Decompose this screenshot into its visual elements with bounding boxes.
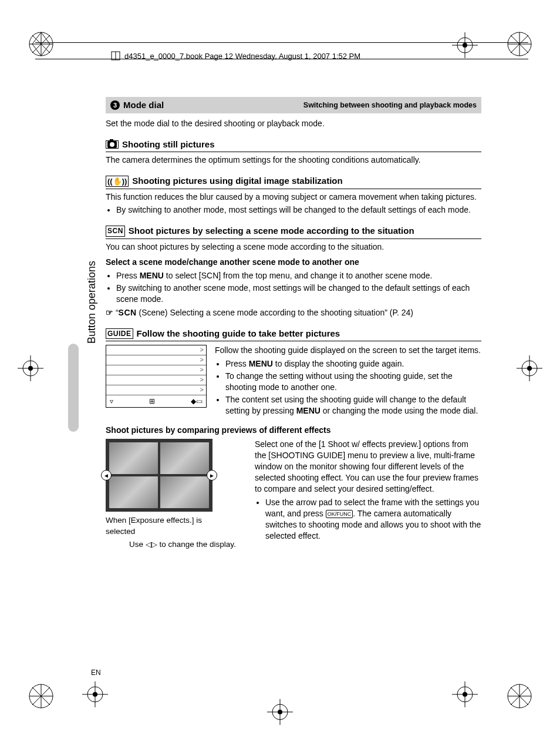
- registration-mark-icon: [505, 681, 534, 711]
- reference-icon: ☞: [106, 308, 116, 317]
- stab-bullet: By switching to another mode, most setti…: [116, 204, 481, 216]
- crosshair-icon: [452, 681, 478, 707]
- ok-func-button-icon: OK/FUNC: [326, 510, 353, 518]
- sidebar-label: Button operations: [86, 261, 98, 344]
- book-header: d4351_e_0000_7.book Page 12 Wednesday, A…: [110, 51, 360, 61]
- still-body: The camera determines the optimum settin…: [106, 154, 481, 166]
- compare-caption-1: When [Exposure effects.] is selected: [106, 515, 205, 536]
- svg-point-39: [278, 710, 282, 714]
- compare-row: ◄ ► When [Exposure effects.] is selected…: [106, 439, 481, 550]
- guide-heading-text: Follow the shooting guide to take better…: [137, 328, 340, 340]
- menu-label: MENU: [296, 406, 321, 415]
- preview-grid-illustration: ◄ ►: [106, 439, 212, 512]
- guide-row: ▿⊞◆▭ Follow the shooting guide displayed…: [106, 345, 481, 418]
- compare-left-col: ◄ ► When [Exposure effects.] is selected…: [106, 439, 247, 550]
- compare-bullets: Use the arrow pad to select the frame wi…: [255, 497, 481, 542]
- arrow-pad-icon: ◁▷: [146, 539, 157, 550]
- svg-line-8: [41, 44, 50, 56]
- scn-inline-icon: SCN: [119, 308, 137, 317]
- registration-mark-icon: [26, 681, 56, 711]
- compare-bullet-1: Use the arrow pad to select the frame wi…: [265, 497, 481, 542]
- guide-bullet-2: To change the setting without using the …: [225, 371, 481, 393]
- guide-icon: GUIDE: [106, 328, 133, 339]
- guide-p1: Follow the shooting guide displayed on t…: [215, 345, 481, 356]
- svg-point-31: [527, 366, 532, 371]
- guide-heading: GUIDE Follow the shooting guide to take …: [106, 328, 481, 341]
- crosshair-icon: [452, 32, 478, 58]
- stabilization-icon: ((✋)): [106, 176, 129, 187]
- svg-point-43: [463, 692, 467, 697]
- mode-dial-header: 3 Mode dial Switching between shooting a…: [106, 97, 481, 113]
- mode-dial-subtitle: Switching between shooting and playback …: [303, 100, 477, 110]
- svg-point-35: [93, 692, 97, 697]
- scn-subhead: Select a scene mode/change another scene…: [106, 257, 481, 268]
- registration-mark-icon: [26, 29, 56, 59]
- stab-heading-text: Shooting pictures using digital image st…: [132, 175, 342, 187]
- nav-left-icon: ◄: [101, 470, 112, 481]
- step-badge: 3: [110, 100, 120, 110]
- camera-icon: [106, 140, 119, 149]
- crosshair-icon: [517, 355, 542, 381]
- crosshair-icon: [82, 681, 108, 707]
- mode-dial-intro: Set the mode dial to the desired shootin…: [106, 118, 481, 129]
- compare-p1: Select one of the [1 Shoot w/ effects pr…: [255, 439, 481, 494]
- compare-text: Select one of the [1 Shoot w/ effects pr…: [255, 439, 481, 543]
- compare-caption-2: Use ◁▷ to change the display.: [129, 539, 247, 550]
- guide-bullet-1: Press MENU to display the shooting guide…: [225, 358, 481, 370]
- thumb-tab: [68, 344, 79, 432]
- set-icon: ◆▭: [191, 397, 203, 406]
- svg-point-47: [463, 43, 467, 48]
- stab-body: This function reduces the blur caused by…: [106, 192, 481, 203]
- registration-mark-icon: [505, 29, 534, 59]
- guide-bullet-3: The content set using the shooting guide…: [225, 394, 481, 416]
- mode-dial-title: Mode dial: [123, 99, 164, 111]
- scn-icon: SCN: [106, 226, 125, 236]
- crosshair-icon: [267, 699, 293, 725]
- menu-label: MENU: [140, 271, 164, 280]
- content: 3 Mode dial Switching between shooting a…: [106, 97, 481, 550]
- header-rule: [35, 59, 528, 59]
- crosshair-icon: [18, 355, 43, 381]
- scn-body: You can shoot pictures by selecting a sc…: [106, 241, 481, 253]
- scn-heading-text: Shoot pictures by selecting a scene mode…: [129, 225, 414, 237]
- still-heading: Shooting still pictures: [106, 139, 481, 152]
- scn-bullets: Press MENU to select [SCN] from the top …: [106, 270, 481, 305]
- svg-point-27: [28, 366, 33, 371]
- down-arrow-icon: ▿: [110, 397, 113, 406]
- menu-label: MENU: [249, 359, 273, 368]
- svg-line-7: [32, 44, 41, 56]
- scn-bullet-2: By switching to another scene mode, most…: [116, 283, 481, 305]
- stab-heading: ((✋)) Shooting pictures using digital im…: [106, 175, 481, 189]
- nav-right-icon: ►: [207, 470, 217, 481]
- still-heading-text: Shooting still pictures: [122, 139, 215, 150]
- book-icon: [110, 51, 121, 61]
- ok-icon: ⊞: [149, 397, 155, 406]
- stab-bullets: By switching to another mode, most setti…: [106, 204, 481, 216]
- guide-text: Follow the shooting guide displayed on t…: [215, 345, 481, 418]
- guide-bullets: Press MENU to display the shooting guide…: [215, 358, 481, 416]
- page: d4351_e_0000_7.book Page 12 Wednesday, A…: [0, 0, 560, 739]
- compare-subhead: Shoot pictures by comparing previews of …: [106, 425, 481, 436]
- header-rule: [35, 42, 528, 43]
- scn-reference: ☞ “SCN (Scene) Selecting a scene mode ac…: [106, 307, 481, 318]
- guide-menu-illustration: ▿⊞◆▭: [106, 345, 207, 408]
- footer-lang: EN: [91, 669, 101, 677]
- scn-heading: SCN Shoot pictures by selecting a scene …: [106, 225, 481, 239]
- scn-bullet-1: Press MENU to select [SCN] from the top …: [116, 270, 481, 281]
